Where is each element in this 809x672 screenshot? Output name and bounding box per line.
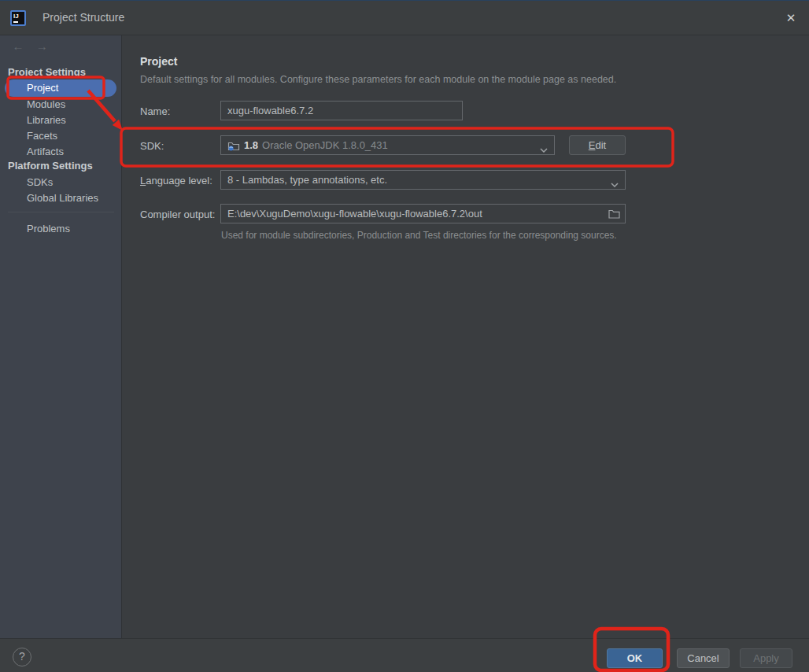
sdk-edit-button[interactable]: Edit xyxy=(569,135,626,155)
sidebar-item-global-libraries[interactable]: Global Libraries xyxy=(0,190,121,206)
intellij-logo-text: IJ xyxy=(13,13,19,20)
main-panel: Project Default settings for all modules… xyxy=(123,35,809,638)
page-title: Project xyxy=(140,55,177,68)
window-title: Project Structure xyxy=(42,11,124,24)
language-level-label: Language level: xyxy=(140,175,212,186)
intellij-logo-underscore xyxy=(13,21,18,23)
close-icon[interactable]: ✕ xyxy=(779,6,803,30)
compiler-output-hint: Used for module subdirectories, Producti… xyxy=(221,230,617,241)
sdk-name: Oracle OpenJDK 1.8.0_431 xyxy=(262,139,388,151)
jdk-icon xyxy=(227,140,240,151)
history-nav: ← → xyxy=(8,39,52,53)
chevron-down-icon xyxy=(611,178,619,190)
sidebar-item-problems[interactable]: Problems xyxy=(0,221,121,237)
sdk-version: 1.8 xyxy=(244,139,258,151)
sidebar-item-libraries[interactable]: Libraries xyxy=(0,113,121,128)
compiler-output-value: E:\dev\XuguDemo\xugu-flowable\xugu-flowa… xyxy=(227,208,482,220)
help-button[interactable]: ? xyxy=(13,648,31,666)
sidebar-separator xyxy=(8,212,114,212)
browse-folder-icon[interactable] xyxy=(608,209,620,221)
name-input[interactable] xyxy=(220,101,463,120)
sidebar-item-modules[interactable]: Modules xyxy=(0,97,121,113)
chevron-down-icon xyxy=(540,143,548,155)
intellij-logo-icon: IJ xyxy=(10,10,26,26)
language-level-value: 8 - Lambdas, type annotations, etc. xyxy=(227,174,387,186)
section-header-platform-settings: Platform Settings xyxy=(0,159,121,173)
compiler-output-field[interactable]: E:\dev\XuguDemo\xugu-flowable\xugu-flowa… xyxy=(220,204,626,223)
sdk-label: SDK: xyxy=(140,140,164,152)
compiler-output-label: Compiler output: xyxy=(140,209,215,220)
cancel-button[interactable]: Cancel xyxy=(677,648,730,668)
name-label: Name: xyxy=(140,105,170,117)
page-description: Default settings for all modules. Config… xyxy=(140,74,616,85)
back-icon[interactable]: ← xyxy=(8,39,28,53)
sidebar-item-sdks[interactable]: SDKs xyxy=(0,175,121,190)
section-header-project-settings: Project Settings xyxy=(0,65,121,79)
apply-button[interactable]: Apply xyxy=(740,648,792,668)
title-bar: IJ Project Structure ✕ xyxy=(0,1,809,35)
ok-button[interactable]: OK xyxy=(607,648,663,668)
footer-bar: ? OK Cancel Apply xyxy=(0,638,809,672)
sidebar-item-facets[interactable]: Facets xyxy=(0,128,121,144)
sidebar-item-project[interactable]: Project xyxy=(5,79,116,97)
project-structure-dialog: IJ Project Structure ✕ ← → Project Setti… xyxy=(0,0,809,672)
sdk-dropdown[interactable]: 1.8 Oracle OpenJDK 1.8.0_431 xyxy=(220,135,555,155)
language-level-dropdown[interactable]: 8 - Lambdas, type annotations, etc. xyxy=(220,170,626,190)
sidebar-item-artifacts[interactable]: Artifacts xyxy=(0,144,121,160)
sidebar: ← → Project Settings Project Modules Lib… xyxy=(0,35,122,638)
forward-icon[interactable]: → xyxy=(31,39,52,53)
